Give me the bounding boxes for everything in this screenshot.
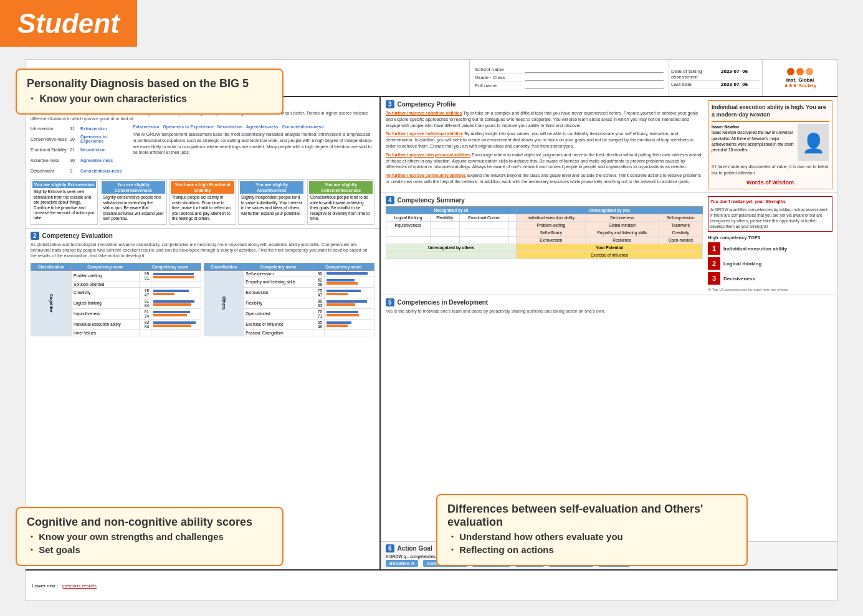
- unrec-individual: Individual execution ability: [517, 214, 586, 221]
- section3-title: 3 Competency Profile: [386, 100, 703, 108]
- right-label: Neuroticism: [80, 148, 130, 152]
- rec-flexibility: Flexibility: [430, 214, 459, 221]
- patient-attention-text: If I have made any discoveries of value,…: [712, 164, 829, 176]
- trait-row: Assertive-ness 30 Agreeable-ness: [31, 156, 130, 164]
- section2-title: 2 Competency Evaluation: [31, 232, 374, 240]
- section4-num: 4: [386, 196, 394, 204]
- item-bar: [325, 298, 374, 308]
- trait-bars: Introversion 11 Extraversion Conservativ…: [31, 124, 130, 177]
- summary-table: Recognized by all Unrecognized by you Lo…: [386, 206, 703, 259]
- section3-label: Competency Profile: [398, 101, 456, 108]
- personality-grid: Introversion 11 Extraversion Conservativ…: [31, 124, 374, 177]
- trait-row: Conservative-ness 20 Openness to Experie…: [31, 135, 130, 143]
- unrec-extro: Extroversion: [517, 236, 586, 244]
- item-bar: [151, 308, 201, 319]
- section-competency-summary: 4 Competency Summary Recognized by all U…: [381, 193, 837, 295]
- type-box: You are slightly Assertiveness Slightly …: [238, 179, 305, 224]
- unrec-empathy: Empathy and listening skills: [586, 229, 659, 236]
- top3-note: ※ Top 12 competencies for each item are …: [708, 287, 832, 291]
- interpersonal-strong: To further improve interpersonal abiliti…: [386, 153, 470, 157]
- logo-global: Global: [798, 77, 814, 83]
- type-box-text: Conscientious people tend to be able to …: [309, 194, 373, 222]
- rec-blank4: [509, 221, 517, 229]
- last-date-row: Last date 2023-07- 06: [671, 81, 760, 88]
- neuroticism-label: Neuroticism: [217, 125, 242, 129]
- your-potential-label: Your Potential: [517, 244, 703, 251]
- unrec-self-exp: Self-expression: [659, 214, 703, 221]
- agreeableness-label: Agreeable-ness: [246, 125, 279, 129]
- community-profile-text: To further improve community abilities E…: [386, 173, 703, 185]
- callout-cognitive-list: Know your own strengths and challenges S…: [27, 531, 272, 556]
- item-score: 9184: [140, 298, 151, 308]
- item-name: Flexibility: [244, 298, 313, 308]
- trait-row: Detachment 9 Conscientious-ness: [31, 166, 130, 175]
- unrecognized-by-others-label: Unrecognized by others: [386, 244, 517, 251]
- section5-num: 5: [386, 298, 394, 306]
- type-box-header: You are slightly Assertiveness: [240, 181, 303, 194]
- bar-score2: [153, 293, 174, 295]
- type-box-text: Slightly Extroverts seek new stimulation…: [32, 188, 96, 222]
- newton-text: Issue: Newton Isaac Newton discovered th…: [712, 124, 794, 161]
- bar-score2: [153, 276, 194, 278]
- item-name: Exercise of Influence: [244, 319, 313, 329]
- top3-label: Individual execution ability: [723, 246, 787, 252]
- item-bar: [151, 298, 201, 308]
- school-name-row: School name: [475, 66, 664, 74]
- section2-label: Competency Evaluation: [42, 232, 113, 239]
- callout-differences-item-2: Reflecting on actions: [447, 544, 737, 556]
- item-score: 7847: [140, 287, 151, 298]
- summary-row-2: Inquisitiveness Problem-setting Global m…: [386, 221, 703, 229]
- competency-tables: Classification Competency name Competenc…: [31, 261, 374, 336]
- item-name: Inner Values: [72, 329, 140, 336]
- rec-blank9: [386, 236, 431, 244]
- trait-bars-container: Introversion 11 Extraversion Conservativ…: [31, 124, 130, 175]
- col-classification: Classification: [31, 263, 72, 270]
- section2-num: 2: [31, 232, 39, 240]
- grade-class-value: [525, 75, 664, 81]
- item-name: Problem-setting: [72, 270, 140, 281]
- grade-class-label: Grade · Class: [475, 75, 525, 80]
- callout-differences: Differences between self-evaluation and …: [436, 494, 748, 566]
- item-bar: [151, 281, 201, 287]
- item-score: [140, 329, 151, 336]
- exec-ability-title: Individual execution ability is high. Yo…: [712, 104, 829, 118]
- right-label: Openness to Experience: [80, 135, 130, 143]
- section4-left: 4 Competency Summary Recognized by all U…: [386, 196, 703, 291]
- school-name-value: [525, 67, 664, 73]
- unrec-self-effi: Self-efficacy: [517, 229, 586, 236]
- bar-score1: [327, 272, 368, 275]
- rec-emotional: Emotional Control: [459, 214, 509, 221]
- section4-label: Competency Summary: [398, 197, 465, 204]
- left-column: 1 Personality Assessment AIGROW has meas…: [26, 97, 381, 569]
- top3-label: Logical thinking: [723, 261, 761, 267]
- words-of-wisdom: Words of Wisdom: [712, 179, 829, 186]
- callout-differences-list: Understand how others evaluate you Refle…: [447, 531, 737, 556]
- table-row: Cognitive Problem-setting 8991: [31, 270, 201, 281]
- date-taking-value: 2023-07- 06: [721, 69, 748, 80]
- logo-circle-1: [787, 68, 794, 75]
- callout-cognitive-item-1: Know your own strengths and challenges: [27, 531, 272, 543]
- rec-inquisitive: Inquisitiveness: [386, 221, 431, 229]
- rec-logical: Logical thinking: [386, 214, 431, 221]
- callout-personality-title: Personality Diagnosis based on the BIG 5: [27, 77, 272, 90]
- cognitive-table-wrapper: Classification Competency name Competenc…: [31, 261, 201, 336]
- section4-right: You don't realize yet, your Strengths Ai…: [708, 196, 832, 291]
- bar-score1: [327, 290, 361, 292]
- top3-container: 1 Individual execution ability 2 Logical…: [708, 242, 832, 285]
- rec-blank3: [459, 221, 509, 229]
- logo-stars: ★★★: [784, 83, 797, 88]
- right-label: Extraversion: [80, 126, 130, 131]
- bottom-row: Lower row： previous results: [26, 569, 837, 600]
- rec-blank5: [386, 229, 431, 236]
- logo-area: Inst. Global ★★★ Society: [763, 60, 837, 96]
- unrec-resilience: Resilience: [586, 236, 659, 244]
- newton-name: Issue: Newton: [712, 125, 739, 129]
- trait-score: 9: [70, 169, 78, 173]
- bar-score1: [153, 290, 189, 292]
- item-bar: [325, 329, 374, 336]
- rec-blank11: [459, 236, 509, 244]
- summary-row-4: Extroversion Resilience Open-minded: [386, 236, 703, 244]
- col-competency-name2: Competency name: [244, 263, 313, 270]
- section-competency-profile: 3 Competency Profile To further improve …: [381, 97, 837, 193]
- item-score: 8174: [140, 308, 151, 319]
